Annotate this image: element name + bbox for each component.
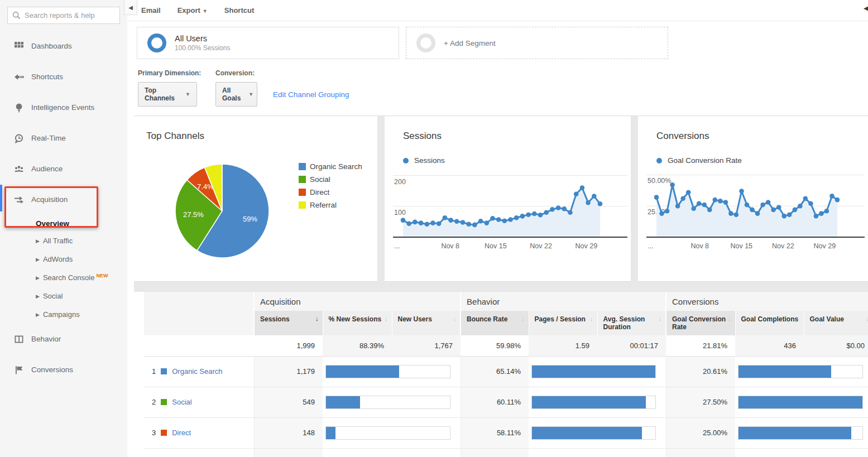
data-point[interactable]	[835, 198, 840, 203]
sidebar-item-overview[interactable]: Overview	[0, 215, 127, 232]
data-point[interactable]	[556, 205, 561, 210]
panel-collapse-right-icon[interactable]: ◀	[864, 2, 868, 14]
data-point[interactable]	[574, 191, 579, 196]
data-point[interactable]	[814, 214, 819, 219]
data-point[interactable]	[723, 200, 728, 205]
primary-dimension-dropdown[interactable]: Top Channels▼	[138, 82, 197, 107]
data-point[interactable]	[419, 220, 424, 225]
data-point[interactable]	[454, 219, 459, 224]
data-point[interactable]	[771, 208, 776, 213]
sessions-line-chart[interactable]: 100200...Nov 8Nov 15Nov 22Nov 29	[385, 169, 631, 258]
data-point[interactable]	[538, 213, 543, 218]
data-point[interactable]	[496, 217, 501, 222]
data-point[interactable]	[781, 214, 787, 219]
add-segment-button[interactable]: + Add Segment	[406, 27, 668, 59]
data-point[interactable]	[478, 219, 483, 224]
sidebar-item-acquisition[interactable]: Acquisition	[0, 184, 127, 215]
data-point[interactable]	[598, 201, 603, 206]
email-button[interactable]: Email	[141, 6, 161, 15]
data-point[interactable]	[406, 221, 411, 226]
data-point[interactable]	[697, 201, 702, 206]
data-point[interactable]	[586, 200, 591, 205]
sidebar-item-audience[interactable]: Audience	[0, 153, 127, 184]
data-point[interactable]	[793, 208, 798, 213]
data-point[interactable]	[680, 196, 685, 201]
edit-channel-grouping-link[interactable]: Edit Channel Grouping	[273, 90, 349, 99]
channel-link[interactable]: Organic Search	[172, 367, 222, 376]
conversion-dropdown[interactable]: All Goals▼	[215, 82, 257, 107]
data-point[interactable]	[508, 217, 513, 222]
data-point[interactable]	[728, 211, 733, 216]
column-header-goal-value[interactable]: Goal Value↓	[804, 311, 868, 335]
segment-all-users[interactable]: All Users 100.00% Sessions	[137, 27, 399, 59]
data-point[interactable]	[718, 199, 723, 204]
data-point[interactable]	[562, 206, 567, 211]
sidebar-item-search-console[interactable]: ▶Search ConsoleNEW	[0, 268, 127, 287]
data-point[interactable]	[760, 203, 765, 208]
export-button[interactable]: Export▼	[178, 6, 208, 15]
column-header-pages-session[interactable]: Pages / Session↓	[529, 311, 597, 335]
top-channels-pie-chart[interactable]: 59%27.5%7.4%	[134, 145, 301, 279]
sidebar-item-social[interactable]: ▶Social	[0, 287, 127, 305]
data-point[interactable]	[766, 200, 771, 205]
data-point[interactable]	[526, 212, 531, 217]
data-point[interactable]	[798, 204, 803, 209]
sidebar-item-all-traffic[interactable]: ▶All Traffic	[0, 232, 127, 250]
column-header--new-sessions[interactable]: % New Sessions↓	[323, 311, 392, 335]
conversions-line-chart[interactable]: 25.00%50.00%...Nov 8Nov 15Nov 22Nov 29	[638, 169, 868, 258]
data-point[interactable]	[485, 220, 490, 225]
data-point[interactable]	[776, 205, 781, 210]
data-point[interactable]	[654, 195, 659, 200]
column-header-avg-session-duration[interactable]: Avg. Session Duration↓	[597, 311, 666, 335]
data-point[interactable]	[808, 201, 813, 206]
data-point[interactable]	[691, 206, 696, 211]
data-point[interactable]	[466, 222, 471, 227]
data-point[interactable]	[665, 209, 670, 214]
sidebar-item-shortcuts[interactable]: Shortcuts	[0, 61, 127, 92]
data-point[interactable]	[829, 194, 835, 199]
data-point[interactable]	[437, 221, 442, 226]
data-point[interactable]	[745, 203, 750, 208]
sidebar-item-adwords[interactable]: ▶AdWords	[0, 250, 127, 268]
data-point[interactable]	[544, 210, 549, 215]
channel-link[interactable]: Direct	[172, 429, 191, 437]
data-point[interactable]	[580, 185, 585, 190]
data-point[interactable]	[568, 210, 573, 215]
search-input[interactable]: Search reports & help	[7, 7, 120, 24]
data-point[interactable]	[739, 189, 744, 194]
data-point[interactable]	[490, 216, 495, 221]
data-point[interactable]	[502, 218, 507, 223]
data-point[interactable]	[819, 211, 824, 216]
column-header-goal-completions[interactable]: Goal Completions↓	[735, 311, 804, 335]
sidebar-item-campaigns[interactable]: ▶Campaigns	[0, 305, 127, 324]
data-point[interactable]	[750, 208, 755, 213]
channel-link[interactable]: Social	[172, 398, 191, 406]
sidebar-item-conversions[interactable]: Conversions	[0, 354, 127, 385]
data-point[interactable]	[702, 203, 707, 208]
data-point[interactable]	[401, 218, 406, 223]
column-header-sessions[interactable]: Sessions↓	[254, 311, 323, 335]
sidebar-item-behavior[interactable]: Behavior	[0, 324, 127, 354]
data-point[interactable]	[448, 218, 453, 223]
data-point[interactable]	[443, 215, 448, 220]
data-point[interactable]	[675, 204, 680, 209]
data-point[interactable]	[803, 196, 808, 201]
data-point[interactable]	[532, 211, 537, 217]
data-point[interactable]	[734, 213, 739, 218]
sidebar-collapse-button[interactable]: ◀	[124, 0, 137, 15]
data-point[interactable]	[461, 220, 466, 225]
data-point[interactable]	[659, 211, 664, 216]
sidebar-item-dashboards[interactable]: Dashboards	[0, 31, 127, 61]
data-point[interactable]	[755, 211, 760, 216]
sidebar-item-intelligence-events[interactable]: Intelligence Events	[0, 92, 127, 123]
shortcut-button[interactable]: Shortcut	[224, 6, 254, 15]
column-header-bounce-rate[interactable]: Bounce Rate↓	[461, 311, 529, 335]
data-point[interactable]	[520, 214, 525, 219]
sidebar-item-real-time[interactable]: Real-Time	[0, 123, 127, 153]
column-header-new-users[interactable]: New Users↓	[392, 311, 461, 335]
data-point[interactable]	[550, 207, 555, 212]
data-point[interactable]	[670, 182, 675, 187]
data-point[interactable]	[430, 220, 435, 225]
data-point[interactable]	[472, 223, 477, 228]
data-point[interactable]	[425, 222, 430, 227]
